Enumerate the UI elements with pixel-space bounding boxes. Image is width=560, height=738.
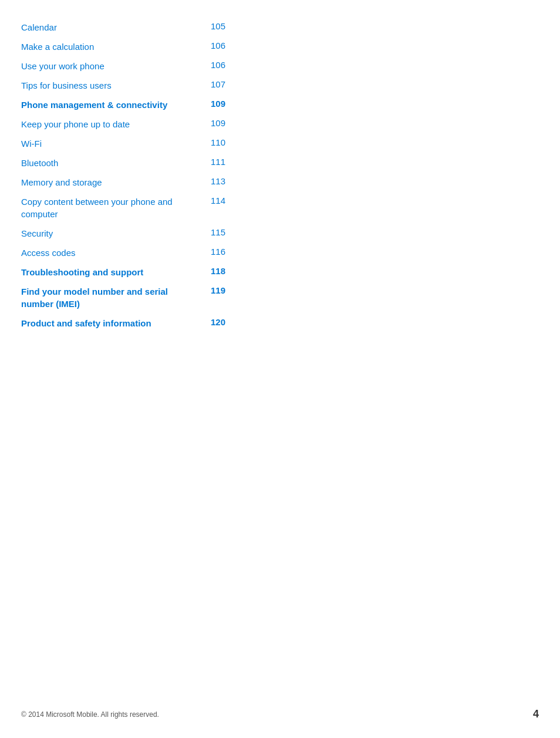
toc-entry-page-12: 118 <box>202 266 225 276</box>
copyright-text: © 2014 Microsoft Mobile. All rights rese… <box>21 710 159 719</box>
toc-entry-title-4: Phone management & connectivity <box>21 99 202 111</box>
toc-entry-page-10: 115 <box>202 227 225 237</box>
toc-entry-page-14: 120 <box>202 317 225 327</box>
toc-entry-page-0: 105 <box>202 21 225 31</box>
toc-entry-5[interactable]: Keep your phone up to date109 <box>21 114 225 134</box>
toc-entry-page-9: 114 <box>202 196 225 205</box>
toc-entry-page-7: 111 <box>202 157 225 167</box>
toc-entry-0[interactable]: Calendar105 <box>21 18 225 37</box>
toc-entry-title-11: Access codes <box>21 247 202 259</box>
toc-entry-page-11: 116 <box>202 247 225 257</box>
toc-entry-7[interactable]: Bluetooth111 <box>21 153 225 173</box>
toc-entry-title-0: Calendar <box>21 21 202 33</box>
toc-entry-title-5: Keep your phone up to date <box>21 118 202 130</box>
toc-entry-page-5: 109 <box>202 118 225 128</box>
toc-entry-2[interactable]: Use your work phone106 <box>21 56 225 76</box>
toc-entry-page-6: 110 <box>202 137 225 147</box>
toc-entry-page-13: 119 <box>202 285 225 295</box>
toc-entry-page-2: 106 <box>202 60 225 70</box>
toc-entry-8[interactable]: Memory and storage113 <box>21 173 225 192</box>
toc-entry-9[interactable]: Copy content between your phone and comp… <box>21 192 225 224</box>
toc-entry-4[interactable]: Phone management & connectivity109 <box>21 95 225 114</box>
toc-entry-page-4: 109 <box>202 99 225 109</box>
toc-entry-3[interactable]: Tips for business users107 <box>21 76 225 95</box>
toc-entry-page-3: 107 <box>202 79 225 89</box>
toc-entry-11[interactable]: Access codes116 <box>21 243 225 262</box>
toc-entry-10[interactable]: Security115 <box>21 224 225 243</box>
toc-entry-14[interactable]: Product and safety information120 <box>21 314 225 333</box>
page-number: 4 <box>533 708 539 720</box>
toc-entry-title-3: Tips for business users <box>21 79 202 92</box>
toc-container: Calendar105Make a calculation106Use your… <box>0 0 247 368</box>
toc-entry-page-8: 113 <box>202 176 225 186</box>
toc-entry-title-12: Troubleshooting and support <box>21 266 202 278</box>
toc-entry-title-10: Security <box>21 227 202 240</box>
toc-entry-title-13: Find your model number and serial number… <box>21 285 202 310</box>
toc-entry-title-1: Make a calculation <box>21 41 202 53</box>
toc-entry-title-14: Product and safety information <box>21 317 202 329</box>
toc-entry-1[interactable]: Make a calculation106 <box>21 37 225 56</box>
footer: © 2014 Microsoft Mobile. All rights rese… <box>21 708 539 720</box>
toc-entry-13[interactable]: Find your model number and serial number… <box>21 282 225 314</box>
toc-entry-title-8: Memory and storage <box>21 176 202 188</box>
toc-entry-title-7: Bluetooth <box>21 157 202 169</box>
toc-entry-12[interactable]: Troubleshooting and support118 <box>21 262 225 282</box>
toc-entry-6[interactable]: Wi-Fi110 <box>21 134 225 153</box>
toc-entry-title-9: Copy content between your phone and comp… <box>21 196 202 220</box>
toc-entry-title-2: Use your work phone <box>21 60 202 72</box>
toc-entry-title-6: Wi-Fi <box>21 137 202 150</box>
toc-entry-page-1: 106 <box>202 41 225 50</box>
